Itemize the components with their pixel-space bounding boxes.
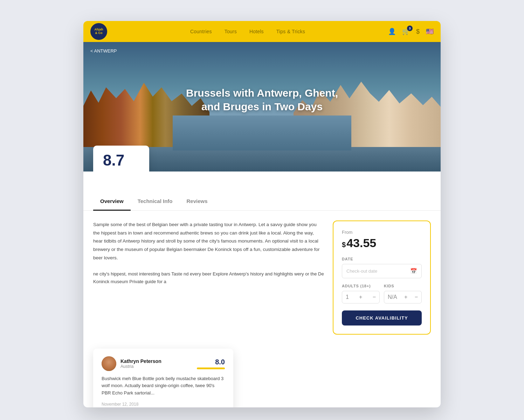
language-icon[interactable]: 🇺🇸: [426, 28, 434, 35]
reviewer-header: Kathryn Peterson Austria 8.0: [102, 356, 225, 371]
review-text: Bushwick meh Blue Bottle pork belly must…: [102, 375, 225, 397]
review-date: November 12, 2018: [102, 402, 225, 407]
kids-value: N/A: [388, 294, 397, 300]
cart-icon[interactable]: 🛒 3: [402, 28, 410, 35]
price-row: $ 43.55: [342, 236, 422, 250]
reviewer-location: Austria: [120, 364, 193, 369]
nav-tours[interactable]: Tours: [225, 29, 237, 34]
kids-decrement[interactable]: −: [415, 294, 418, 300]
nav-countries[interactable]: Countries: [190, 29, 212, 34]
adults-decrement[interactable]: −: [373, 294, 376, 300]
review-card: Kathryn Peterson Austria 8.0 Bushwick me…: [93, 349, 233, 407]
nav-icons: 👤 🛒 3 $ 🇺🇸: [388, 28, 434, 35]
price-dollar: $: [342, 241, 346, 249]
adults-stepper: 1 + −: [342, 291, 380, 303]
logo[interactable]: Ahjah& Co: [90, 23, 107, 40]
reviewer-name: Kathryn Peterson: [120, 358, 193, 364]
reviewer-score-block: 8.0: [197, 358, 225, 369]
tabs-bar: Overview Technical Info Reviews: [83, 192, 441, 211]
browser-container: Ahjah& Co Countries Tours Hotels Tips & …: [83, 21, 441, 407]
tab-overview[interactable]: Overview: [93, 192, 131, 211]
adults-increment[interactable]: +: [359, 294, 362, 300]
user-icon[interactable]: 👤: [388, 28, 396, 35]
from-label: From: [342, 230, 422, 235]
highlights-text: ne city's hippest, most interesting bars…: [93, 270, 324, 286]
main-content: Sample some of the best of Belgian beer …: [93, 220, 324, 335]
adults-label: ADULTS (18+): [342, 284, 380, 288]
currency-icon[interactable]: $: [416, 28, 420, 35]
cart-badge: 3: [407, 26, 413, 31]
nav-links: Countries Tours Hotels Tips & Tricks: [190, 29, 305, 34]
kids-increment[interactable]: +: [404, 294, 407, 300]
booking-card: From $ 43.55 DATE Check-out date 📅 ADULT…: [333, 220, 431, 335]
review-section: Kathryn Peterson Austria 8.0 Bushwick me…: [83, 344, 441, 407]
logo-text: Ahjah& Co: [94, 28, 103, 35]
hero-section: < ANTWERP Brussels with Antwerp, Ghent,a…: [83, 42, 441, 172]
canal-center: [173, 115, 351, 150]
back-link[interactable]: < ANTWERP: [90, 48, 117, 54]
content-area: Sample some of the best of Belgian beer …: [83, 211, 441, 344]
rating-card: 8.7 REVIEWS ↓: [93, 146, 149, 172]
tab-technical-info[interactable]: Technical Info: [131, 192, 180, 211]
nav-tips[interactable]: Tips & Tricks: [276, 29, 305, 34]
tab-reviews[interactable]: Reviews: [179, 192, 214, 211]
date-label: DATE: [342, 257, 422, 261]
kids-stepper: N/A + −: [384, 291, 422, 303]
reviewer-avatar: [102, 356, 116, 371]
adults-group: ADULTS (18+) 1 + −: [342, 284, 380, 303]
people-row: ADULTS (18+) 1 + − KIDS N/A + −: [342, 284, 422, 303]
nav-hotels[interactable]: Hotels: [249, 29, 264, 34]
avatar-image: [102, 356, 116, 371]
reviewer-info: Kathryn Peterson Austria: [120, 358, 193, 369]
calendar-icon[interactable]: 📅: [410, 268, 417, 274]
check-availability-button[interactable]: CHECK AVAILIBILITY: [342, 310, 422, 326]
hero-title: Brussels with Antwerp, Ghent,and Bruges …: [157, 86, 367, 113]
date-placeholder: Check-out date: [346, 268, 377, 274]
navbar: Ahjah& Co Countries Tours Hotels Tips & …: [83, 21, 441, 42]
adults-value: 1: [346, 294, 349, 300]
kids-label: KIDS: [384, 284, 422, 288]
reviewer-score-bar: [197, 368, 225, 369]
description-text: Sample some of the best of Belgian beer …: [93, 220, 324, 262]
kids-group: KIDS N/A + −: [384, 284, 422, 303]
reviewer-score: 8.0: [197, 358, 225, 366]
price-amount: 43.55: [346, 236, 376, 250]
date-input-field[interactable]: Check-out date 📅: [342, 264, 422, 278]
rating-score: 8.7: [103, 153, 139, 168]
